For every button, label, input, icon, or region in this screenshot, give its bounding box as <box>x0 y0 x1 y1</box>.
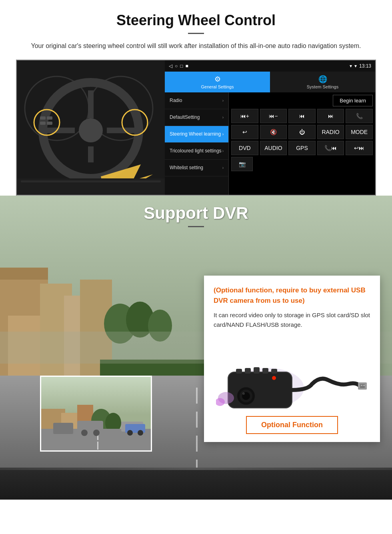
svg-rect-64 <box>271 369 277 374</box>
ctrl-cam[interactable]: 📷 <box>231 157 253 171</box>
ctrl-grid-row3: DVD AUDIO GPS 📞⏮ ↩⏭ <box>231 141 373 155</box>
ctrl-phone[interactable]: 📞 <box>346 109 373 123</box>
menu-steering-label: Steering Wheel learning <box>170 131 221 138</box>
svg-rect-11 <box>40 116 46 120</box>
svg-rect-72 <box>361 385 362 386</box>
svg-rect-32 <box>196 436 198 452</box>
dvr-section: Support DVR <box>0 196 392 500</box>
begin-learn-row: Begin learn <box>231 95 373 106</box>
svg-point-52 <box>81 430 88 436</box>
menu-radio-chevron: › <box>222 98 224 103</box>
ctrl-vol-down[interactable]: ⏮− <box>260 109 287 123</box>
optional-function-button[interactable]: Optional Function <box>246 416 338 434</box>
settings-menu: Radio › DefaultSetting › Steering Wheel … <box>165 92 229 195</box>
wifi-icon: ▾ <box>354 63 357 69</box>
steering-wheel-bg <box>17 60 165 196</box>
tab-system-label: System Settings <box>307 84 338 89</box>
svg-rect-60 <box>236 369 242 374</box>
svg-rect-12 <box>40 122 46 125</box>
svg-rect-21 <box>0 268 48 280</box>
svg-rect-61 <box>245 368 251 374</box>
dvr-title-divider <box>188 226 204 227</box>
ctrl-next[interactable]: ⏭ <box>317 109 344 123</box>
general-settings-icon: ⚙ <box>214 75 221 84</box>
menu-whitelist-label: Whitelist setting <box>170 165 203 171</box>
dashboard-strip <box>0 468 392 470</box>
tab-system-settings[interactable]: 🌐 System Settings <box>270 72 375 92</box>
svg-rect-6 <box>47 128 75 133</box>
ctrl-mute[interactable]: 🔇 <box>260 125 287 139</box>
svg-rect-62 <box>254 367 260 374</box>
camera-svg <box>216 340 368 412</box>
dvr-thumb-svg <box>41 377 152 452</box>
tab-general-settings[interactable]: ⚙ General Settings <box>165 72 270 92</box>
menu-steering-learning[interactable]: Steering Wheel learning › <box>165 126 228 143</box>
nav-recent-icon: □ <box>180 63 183 69</box>
svg-rect-5 <box>88 146 94 162</box>
status-time: 13:13 <box>359 63 371 69</box>
steering-title: Steering Wheel Control <box>16 12 376 29</box>
menu-tricoloured-chevron: › <box>222 148 224 154</box>
nav-home-icon: ○ <box>175 63 178 69</box>
dvr-background: Support DVR <box>0 196 392 500</box>
ctrl-phone-prev[interactable]: 📞⏮ <box>317 141 344 155</box>
steering-wheel-svg <box>17 60 165 196</box>
svg-point-53 <box>93 430 100 436</box>
svg-rect-48 <box>97 442 98 450</box>
steering-section: Steering Wheel Control Your original car… <box>0 0 392 196</box>
svg-rect-14 <box>47 122 52 125</box>
menu-defaultsetting[interactable]: DefaultSetting › <box>165 109 228 126</box>
nav-back-icon: ◁ <box>169 63 172 69</box>
svg-rect-30 <box>196 388 198 404</box>
ctrl-grid-row1: ⏮+ ⏮− ⏮ ⏭ 📞 <box>231 109 373 123</box>
controls-area: Begin learn ⏮+ ⏮− ⏮ ⏭ 📞 ↩ 🔇 ⏻ <box>229 92 375 195</box>
svg-point-55 <box>127 430 133 436</box>
svg-point-8 <box>79 118 103 142</box>
ctrl-mode[interactable]: MODE <box>346 125 373 139</box>
svg-rect-49 <box>53 423 73 434</box>
svg-rect-63 <box>262 368 268 374</box>
ctrl-grid-row2: ↩ 🔇 ⏻ RADIO MODE <box>231 125 373 139</box>
dvr-camera-illustration <box>214 336 370 416</box>
ctrl-prev[interactable]: ⏮ <box>288 109 316 123</box>
ctrl-audio[interactable]: AUDIO <box>260 141 287 155</box>
signal-icon: ▾ <box>350 63 352 69</box>
android-statusbar: ◁ ○ □ ■ ▾ ▾ 13:13 <box>165 60 375 72</box>
tab-general-label: General Settings <box>201 84 234 89</box>
ctrl-grid-row4: 📷 <box>231 157 373 171</box>
svg-rect-51 <box>77 421 103 433</box>
system-settings-icon: 🌐 <box>318 75 327 84</box>
svg-point-69 <box>272 376 276 380</box>
svg-rect-17 <box>21 180 161 182</box>
steering-divider <box>188 33 204 34</box>
ctrl-power[interactable]: ⏻ <box>288 125 316 139</box>
ctrl-hangup[interactable]: ↩ <box>231 125 258 139</box>
dvr-desc-text: It can record video only to storage in G… <box>214 310 370 330</box>
ctrl-gps[interactable]: GPS <box>288 141 316 155</box>
menu-radio[interactable]: Radio › <box>165 92 228 109</box>
svg-point-68 <box>242 392 245 395</box>
steering-demo: ◁ ○ □ ■ ▾ ▾ 13:13 ⚙ General Settings 🌐 S… <box>16 60 376 196</box>
svg-rect-73 <box>363 385 365 386</box>
menu-defaultsetting-chevron: › <box>222 115 224 120</box>
ctrl-back-next[interactable]: ↩⏭ <box>346 141 373 155</box>
menu-whitelist-chevron: › <box>222 165 224 170</box>
menu-whitelist[interactable]: Whitelist setting › <box>165 160 228 176</box>
steering-photo <box>17 60 165 196</box>
svg-rect-13 <box>47 116 52 120</box>
ctrl-vol-up[interactable]: ⏮+ <box>231 109 258 123</box>
ctrl-radio[interactable]: RADIO <box>317 125 344 139</box>
begin-learn-button[interactable]: Begin learn <box>333 95 373 106</box>
nav-menu-icon: ■ <box>186 63 188 69</box>
svg-point-56 <box>138 430 143 436</box>
svg-rect-4 <box>88 90 94 118</box>
dvr-info-card: (Optional function, require to buy exter… <box>204 276 380 442</box>
menu-tricoloured[interactable]: Tricoloured light settings › <box>165 143 228 160</box>
svg-rect-58 <box>228 372 292 408</box>
dvr-optional-text: (Optional function, require to buy exter… <box>214 285 370 306</box>
menu-tricoloured-label: Tricoloured light settings <box>170 148 222 154</box>
ctrl-dvd[interactable]: DVD <box>231 141 258 155</box>
android-tabs: ⚙ General Settings 🌐 System Settings <box>165 72 375 92</box>
dvr-title-block: Support DVR <box>0 204 392 227</box>
android-panel: ◁ ○ □ ■ ▾ ▾ 13:13 ⚙ General Settings 🌐 S… <box>165 60 375 195</box>
